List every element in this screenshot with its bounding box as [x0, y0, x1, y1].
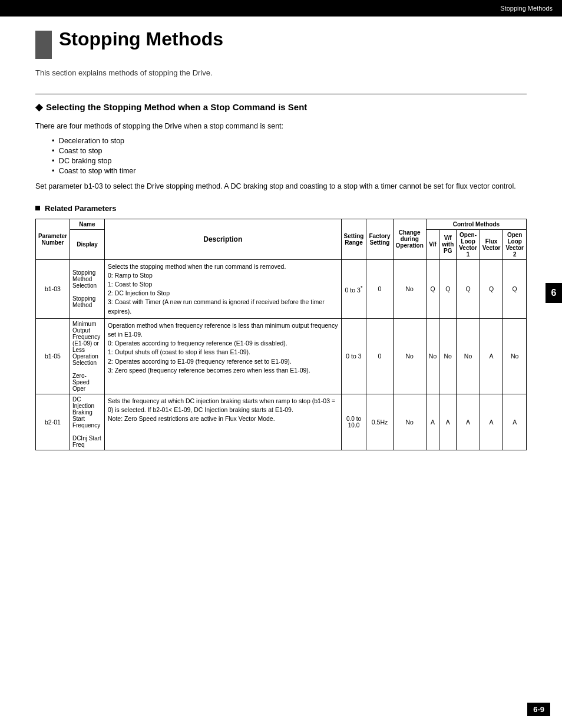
param-b1-03: b1-03 — [36, 259, 70, 318]
table-row: b2-01 DCInjectionBrakingStartFrequencyDC… — [36, 394, 527, 450]
change-b1-03: No — [393, 259, 426, 318]
olv1-b1-05: No — [457, 318, 480, 394]
vf-b1-05: No — [426, 318, 439, 394]
col-description: Description — [105, 219, 342, 259]
page-title: Stopping Methods — [59, 28, 223, 50]
col-change-op: ChangeduringOperation — [393, 219, 426, 259]
fv-b1-05: A — [480, 318, 503, 394]
name-b1-05: MinimumOutputFrequency(E1-09) orLessOper… — [70, 318, 104, 394]
col-name-header: Name — [70, 219, 104, 229]
olv2-b2-01: A — [503, 394, 527, 450]
subtitle: This section explains methods of stoppin… — [35, 68, 527, 77]
bullet-item-2: Coast to stop — [52, 147, 527, 155]
vfpg-b1-05: No — [439, 318, 457, 394]
page-number: 6-9 — [527, 703, 550, 716]
factory-b1-03: 0 — [366, 259, 393, 318]
sub-section-title: Related Parameters — [35, 204, 527, 213]
section-number: 6 — [546, 283, 562, 303]
col-param-number: ParameterNumber — [36, 219, 70, 259]
section-divider — [35, 94, 527, 94]
params-table: ParameterNumber Name Description Setting… — [35, 219, 527, 450]
section-heading-text: Selecting the Stopping Method when a Sto… — [46, 102, 307, 112]
olv1-b2-01: A — [457, 394, 480, 450]
page-content: Stopping Methods This section explains m… — [0, 17, 562, 474]
olv1-b1-03: Q — [457, 259, 480, 318]
col-vf: V/f — [426, 229, 439, 259]
range-b1-03: 0 to 3* — [341, 259, 366, 318]
range-b1-05: 0 to 3 — [341, 318, 366, 394]
param-b1-05: b1-05 — [36, 318, 70, 394]
bullet-list: Deceleration to stop Coast to stop DC br… — [52, 137, 527, 175]
col-open-loop-v2: OpenLoopVector2 — [503, 229, 527, 259]
table-row: b1-05 MinimumOutputFrequency(E1-09) orLe… — [36, 318, 527, 394]
col-control-methods: Control Methods — [426, 219, 526, 229]
col-flux-vector: FluxVector — [480, 229, 503, 259]
vfpg-b2-01: A — [439, 394, 457, 450]
bullet-item-3: DC braking stop — [52, 157, 527, 165]
title-area: Stopping Methods — [35, 28, 527, 59]
col-factory-setting: FactorySetting — [366, 219, 393, 259]
header-bar: Stopping Methods — [0, 0, 562, 17]
section-heading: ◆ Selecting the Stopping Method when a S… — [35, 101, 527, 113]
col-vf-pg: V/fwithPG — [439, 229, 457, 259]
range-b2-01: 0.0 to10.0 — [341, 394, 366, 450]
olv2-b1-03: Q — [503, 259, 527, 318]
col-display-header: Display — [70, 229, 104, 259]
vf-b2-01: A — [426, 394, 439, 450]
desc-b1-03: Selects the stopping method when the run… — [105, 259, 342, 318]
col-open-loop-v1: Open-LoopVector1 — [457, 229, 480, 259]
olv2-b1-05: No — [503, 318, 527, 394]
desc-b1-05: Operation method when frequency referenc… — [105, 318, 342, 394]
fv-b2-01: A — [480, 394, 503, 450]
name-b1-03: StoppingMethodSelectionStoppingMethod — [70, 259, 104, 318]
change-b1-05: No — [393, 318, 426, 394]
factory-b2-01: 0.5Hz — [366, 394, 393, 450]
param-b2-01: b2-01 — [36, 394, 70, 450]
change-b2-01: No — [393, 394, 426, 450]
title-accent — [35, 31, 52, 59]
vfpg-b1-03: Q — [439, 259, 457, 318]
table-row: b1-03 StoppingMethodSelectionStoppingMet… — [36, 259, 527, 318]
body-text-1: There are four methods of stopping the D… — [35, 121, 527, 132]
vf-b1-03: Q — [426, 259, 439, 318]
fv-b1-03: Q — [480, 259, 503, 318]
desc-b2-01: Sets the frequency at which DC injection… — [105, 394, 342, 450]
bullet-item-4: Coast to stop with timer — [52, 167, 527, 175]
header-title: Stopping Methods — [500, 5, 553, 12]
bullet-item-1: Deceleration to stop — [52, 137, 527, 145]
factory-b1-05: 0 — [366, 318, 393, 394]
name-b2-01: DCInjectionBrakingStartFrequencyDCInj St… — [70, 394, 104, 450]
col-setting-range: SettingRange — [341, 219, 366, 259]
diamond-icon: ◆ — [35, 101, 42, 113]
sub-section-label: Related Parameters — [45, 204, 116, 213]
body-text-2: Set parameter b1-03 to select the Drive … — [35, 181, 527, 192]
square-bullet-icon — [35, 206, 40, 210]
